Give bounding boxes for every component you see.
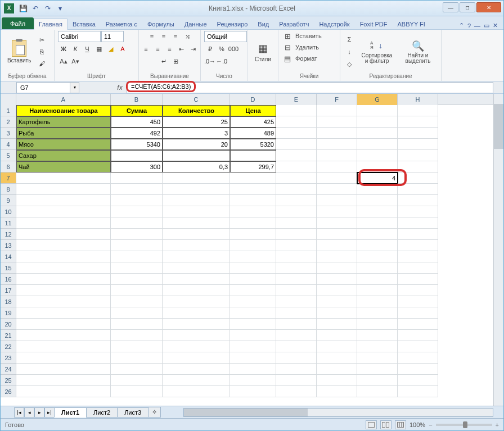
row-header-18[interactable]: 18	[1, 296, 16, 307]
row-header-11[interactable]: 11	[1, 217, 16, 229]
undo-icon[interactable]: ↶	[30, 3, 41, 14]
cell-F17[interactable]	[317, 285, 357, 296]
cell-D11[interactable]	[230, 217, 276, 229]
tab-foxit pdf[interactable]: Foxit PDF	[355, 19, 393, 29]
cell-D8[interactable]	[230, 184, 276, 195]
cell-E7[interactable]	[276, 173, 317, 184]
minimize-button[interactable]: —	[443, 2, 458, 12]
cell-F4[interactable]	[317, 139, 357, 150]
cell-G21[interactable]	[357, 330, 398, 341]
select-all-corner[interactable]	[1, 94, 16, 105]
cell-E8[interactable]	[276, 184, 317, 195]
italic-button[interactable]: К	[70, 43, 81, 55]
cell-B8[interactable]	[111, 184, 163, 195]
cell-H8[interactable]	[398, 184, 438, 195]
cell-F25[interactable]	[317, 375, 357, 386]
cell-D6[interactable]: 299,7	[230, 161, 276, 173]
cell-C12[interactable]	[163, 229, 230, 240]
cell-E11[interactable]	[276, 217, 317, 229]
cell-E3[interactable]	[276, 128, 317, 139]
sheet-nav-prev-icon[interactable]: ◂	[24, 407, 34, 418]
indent-decrease-icon[interactable]: ⇤	[176, 43, 187, 55]
cell-E2[interactable]	[276, 116, 317, 128]
cell-G17[interactable]	[357, 285, 398, 296]
cell-A20[interactable]	[16, 319, 111, 330]
cut-icon[interactable]: ✂	[36, 34, 47, 46]
cell-B7[interactable]	[111, 173, 163, 184]
cell-D24[interactable]	[230, 364, 276, 375]
row-header-1[interactable]: 1	[1, 105, 16, 116]
redo-icon[interactable]: ↷	[42, 3, 53, 14]
cell-B11[interactable]	[111, 217, 163, 229]
cell-D21[interactable]	[230, 330, 276, 341]
cell-A26[interactable]	[16, 386, 111, 397]
row-header-23[interactable]: 23	[1, 352, 16, 364]
cell-B3[interactable]: 492	[111, 128, 163, 139]
new-sheet-button[interactable]: ✧	[148, 407, 161, 418]
cell-G25[interactable]	[357, 375, 398, 386]
paste-button[interactable]: Вставить	[4, 39, 34, 65]
cell-A22[interactable]	[16, 341, 111, 352]
increase-font-icon[interactable]: A▴	[58, 56, 69, 67]
cell-E13[interactable]	[276, 240, 317, 251]
cell-C2[interactable]: 25	[163, 116, 230, 128]
cell-E5[interactable]	[276, 150, 317, 161]
find-select-button[interactable]: 🔍 Найти и выделить	[399, 39, 437, 65]
cell-A21[interactable]	[16, 330, 111, 341]
cell-G15[interactable]	[357, 262, 398, 274]
cell-B13[interactable]	[111, 240, 163, 251]
cell-D20[interactable]	[230, 319, 276, 330]
cell-H14[interactable]	[398, 251, 438, 262]
underline-button[interactable]: Ч	[82, 43, 93, 55]
cell-E14[interactable]	[276, 251, 317, 262]
cell-C26[interactable]	[163, 386, 230, 397]
cell-E25[interactable]	[276, 375, 317, 386]
row-header-16[interactable]: 16	[1, 274, 16, 285]
cell-C3[interactable]: 3	[163, 128, 230, 139]
cell-F15[interactable]	[317, 262, 357, 274]
cell-E21[interactable]	[276, 330, 317, 341]
cell-E16[interactable]	[276, 274, 317, 285]
cells[interactable]: Наименование товараСуммаКоличествоЦенаКа…	[16, 105, 438, 397]
cell-G11[interactable]	[357, 217, 398, 229]
cell-F2[interactable]	[317, 116, 357, 128]
cell-H7[interactable]	[398, 173, 438, 184]
cell-E1[interactable]	[276, 105, 317, 116]
row-header-8[interactable]: 8	[1, 184, 16, 195]
cell-G8[interactable]	[357, 184, 398, 195]
cell-C22[interactable]	[163, 341, 230, 352]
cell-H20[interactable]	[398, 319, 438, 330]
cell-B2[interactable]: 450	[111, 116, 163, 128]
cell-H25[interactable]	[398, 375, 438, 386]
cell-G7[interactable]: 4	[357, 173, 398, 184]
cell-E22[interactable]	[276, 341, 317, 352]
cell-D14[interactable]	[230, 251, 276, 262]
tab-главная[interactable]: Главная	[34, 19, 68, 30]
cell-D4[interactable]: 5320	[230, 139, 276, 150]
styles-button[interactable]: ▦ Стили	[251, 40, 274, 63]
cell-C19[interactable]	[163, 307, 230, 319]
fill-color-button[interactable]: ◢	[105, 43, 116, 55]
col-header-E[interactable]: E	[276, 94, 317, 105]
row-header-20[interactable]: 20	[1, 319, 16, 330]
sheet-nav-last-icon[interactable]: ▸|	[44, 407, 55, 418]
row-header-26[interactable]: 26	[1, 386, 16, 397]
cell-A4[interactable]: Мясо	[16, 139, 111, 150]
cell-G16[interactable]	[357, 274, 398, 285]
insert-cells-button[interactable]: ⊞Вставить	[282, 31, 323, 41]
align-bottom-icon[interactable]: ≡	[170, 31, 181, 42]
cell-G20[interactable]	[357, 319, 398, 330]
sheet-tab-Лист1[interactable]: Лист1	[54, 407, 87, 418]
percent-icon[interactable]: %	[216, 43, 227, 55]
cell-F9[interactable]	[317, 195, 357, 206]
cell-H6[interactable]	[398, 161, 438, 173]
align-left-icon[interactable]: ≡	[141, 43, 152, 55]
decrease-font-icon[interactable]: A▾	[70, 56, 81, 67]
cell-C1[interactable]: Количество	[163, 105, 230, 116]
row-header-22[interactable]: 22	[1, 341, 16, 352]
cell-A12[interactable]	[16, 229, 111, 240]
cell-C16[interactable]	[163, 274, 230, 285]
cell-C23[interactable]	[163, 352, 230, 364]
cell-E4[interactable]	[276, 139, 317, 150]
cell-B4[interactable]: 5340	[111, 139, 163, 150]
